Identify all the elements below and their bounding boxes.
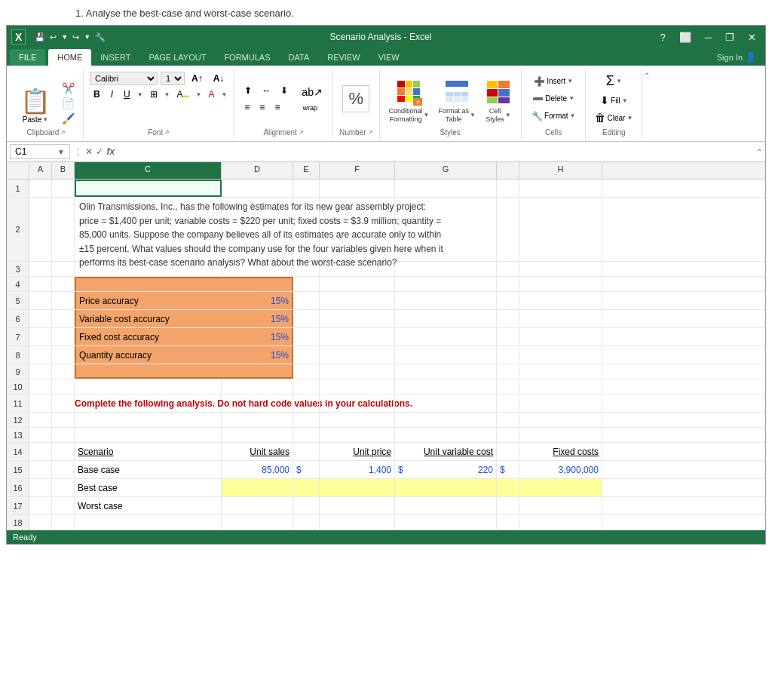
- font-color-button[interactable]: A: [204, 88, 218, 101]
- cell-c1[interactable]: [75, 180, 222, 197]
- fill-color-button[interactable]: A▬: [173, 88, 193, 101]
- collapse-ribbon-button[interactable]: ⌃: [642, 69, 651, 140]
- cell-styles-dropdown[interactable]: ▼: [505, 112, 511, 118]
- cell-b3[interactable]: [52, 262, 75, 276]
- cell-c10[interactable]: [75, 379, 222, 394]
- col-header-h-label[interactable]: [497, 162, 519, 179]
- cell-e15-dollar1[interactable]: $: [293, 461, 320, 478]
- cell-g4[interactable]: [395, 277, 497, 291]
- undo-dropdown-icon[interactable]: ▼: [61, 33, 68, 41]
- cell-h14-fixedcosts-header[interactable]: Fixed costs: [519, 443, 602, 460]
- cell-hlabel-16[interactable]: [497, 479, 519, 496]
- cell-b16[interactable]: [52, 479, 75, 496]
- cell-d6[interactable]: 15%: [222, 310, 293, 327]
- cell-e6[interactable]: [293, 310, 320, 327]
- cell-styles-button[interactable]: CellStyles ▼: [482, 77, 515, 125]
- col-header-h[interactable]: H: [519, 162, 602, 179]
- tab-page-layout[interactable]: PAGE LAYOUT: [139, 49, 215, 66]
- cell-hlabel-10[interactable]: [497, 379, 519, 394]
- cell-a17[interactable]: [29, 497, 52, 514]
- cell-f10[interactable]: [320, 379, 395, 394]
- cell-d15-unit-sales[interactable]: 85,000: [222, 461, 293, 478]
- cell-c9[interactable]: [75, 364, 222, 379]
- cell-g1[interactable]: [395, 180, 497, 197]
- tab-formulas[interactable]: FORMULAS: [215, 49, 279, 66]
- cell-e13[interactable]: [293, 428, 320, 442]
- cut-button[interactable]: ✂️: [60, 81, 77, 95]
- cell-a7[interactable]: [29, 328, 52, 345]
- cell-g7[interactable]: [395, 328, 497, 345]
- autosum-button[interactable]: Σ ▼: [603, 72, 625, 91]
- cell-e9[interactable]: [293, 364, 320, 379]
- cell-b17[interactable]: [52, 497, 75, 514]
- cell-h6[interactable]: [519, 310, 602, 327]
- cell-c18[interactable]: [75, 515, 222, 530]
- help-button[interactable]: ?: [656, 30, 670, 45]
- cell-g11[interactable]: [395, 395, 497, 412]
- cell-d4[interactable]: [222, 277, 293, 291]
- number-format-icon[interactable]: %: [342, 85, 369, 112]
- cell-a12[interactable]: [29, 413, 52, 427]
- clipboard-expand-icon[interactable]: ↗: [60, 129, 66, 136]
- cell-b9[interactable]: [52, 364, 75, 379]
- customize-icon[interactable]: 🔧: [95, 32, 106, 42]
- col-header-d[interactable]: D: [222, 162, 293, 179]
- cell-a3[interactable]: [29, 262, 52, 276]
- cell-h7[interactable]: [519, 328, 602, 345]
- ribbon-collapse-button[interactable]: ⬜: [675, 30, 696, 45]
- col-header-a[interactable]: A: [29, 162, 52, 179]
- cell-h8[interactable]: [519, 346, 602, 364]
- cell-hlabel-13[interactable]: [497, 428, 519, 442]
- cell-f6[interactable]: [320, 310, 395, 327]
- cell-hlabel-9[interactable]: [497, 364, 519, 379]
- insert-cells-button[interactable]: ➕ Insert ▼: [530, 74, 577, 89]
- border-dropdown[interactable]: ▼: [164, 91, 170, 98]
- cell-c6[interactable]: Variable cost accuracy: [75, 310, 222, 327]
- cell-a18[interactable]: [29, 515, 52, 530]
- cell-f15-unit-price[interactable]: 1,400: [320, 461, 395, 478]
- cell-b7[interactable]: [52, 328, 75, 345]
- redo-dropdown-icon[interactable]: ▼: [84, 33, 90, 41]
- clear-button[interactable]: 🗑 Clear ▼: [592, 110, 636, 125]
- cell-b15[interactable]: [52, 461, 75, 478]
- cell-d3[interactable]: [222, 262, 293, 276]
- cell-g14-unitvarcost-header[interactable]: Unit variable cost: [395, 443, 497, 460]
- cell-e3[interactable]: [293, 262, 320, 276]
- cell-g2[interactable]: [395, 198, 497, 261]
- tab-insert[interactable]: INSERT: [91, 49, 139, 66]
- cell-a5[interactable]: [29, 292, 52, 309]
- font-expand-icon[interactable]: ↗: [164, 129, 170, 136]
- cell-d9[interactable]: [222, 364, 293, 379]
- cell-e2[interactable]: [293, 198, 320, 261]
- cell-e12[interactable]: [293, 413, 320, 427]
- undo-icon[interactable]: ↩: [50, 32, 57, 42]
- cell-hlabel-12[interactable]: [497, 413, 519, 427]
- align-center-button[interactable]: ≡: [256, 100, 268, 114]
- cell-hlabel-3[interactable]: [497, 262, 519, 276]
- close-button[interactable]: ✕: [743, 30, 761, 45]
- cell-c13[interactable]: [75, 428, 222, 442]
- cell-a6[interactable]: [29, 310, 52, 327]
- cell-hlabel-1[interactable]: [497, 180, 519, 197]
- underline-dropdown[interactable]: ▼: [137, 91, 143, 98]
- font-size-select[interactable]: 11: [161, 72, 185, 85]
- cell-a13[interactable]: [29, 428, 52, 442]
- cell-f14-unitprice-header[interactable]: Unit price: [320, 443, 395, 460]
- cell-a9[interactable]: [29, 364, 52, 379]
- cell-d1[interactable]: [222, 180, 293, 197]
- redo-icon[interactable]: ↪: [72, 32, 79, 42]
- col-header-c[interactable]: C: [75, 162, 222, 179]
- cell-d11[interactable]: [222, 395, 293, 412]
- cell-h15-fixed-costs[interactable]: 3,900,000: [519, 461, 602, 478]
- cell-a11[interactable]: [29, 395, 52, 412]
- cell-h11[interactable]: [519, 395, 602, 412]
- cell-e5[interactable]: [293, 292, 320, 309]
- cell-hlabel-15-dollar3[interactable]: $: [497, 461, 519, 478]
- cell-b12[interactable]: [52, 413, 75, 427]
- tab-view[interactable]: VIEW: [369, 49, 409, 66]
- insert-function-button[interactable]: fx: [106, 146, 115, 157]
- cell-hlabel-6[interactable]: [497, 310, 519, 327]
- cell-e7[interactable]: [293, 328, 320, 345]
- border-button[interactable]: ⊞: [146, 88, 161, 101]
- cell-b1[interactable]: [52, 180, 75, 197]
